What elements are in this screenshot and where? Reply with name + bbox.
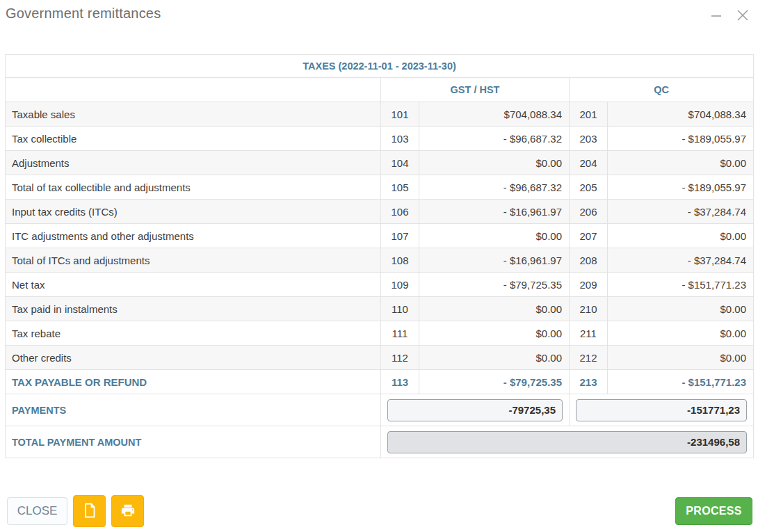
table-title: TAXES (2022-11-01 - 2023-11-30) <box>6 55 754 78</box>
table-row: ITC adjustments and other adjustments 10… <box>6 224 754 248</box>
close-icon[interactable] <box>736 8 750 22</box>
line-code: 213 <box>570 370 608 394</box>
line-code: 208 <box>570 248 608 273</box>
line-code: 108 <box>381 248 419 273</box>
gst-value: $0.00 <box>419 321 570 346</box>
line-code: 207 <box>570 224 608 248</box>
table-row: Tax rebate 111 $0.00 211 $0.00 <box>6 321 754 346</box>
gst-value: $704,088.34 <box>419 102 570 127</box>
line-code: 106 <box>381 200 419 224</box>
line-code: 112 <box>381 346 419 370</box>
line-code: 113 <box>381 370 419 394</box>
title-bar: Government remittances <box>0 0 758 32</box>
gst-value: - $16,961.97 <box>419 200 570 224</box>
qc-value: - $151,771.23 <box>608 273 754 297</box>
row-label: Adjustments <box>6 151 381 175</box>
row-label: Total of ITCs and adjustments <box>6 248 381 273</box>
gst-value: $0.00 <box>419 346 570 370</box>
qc-value: $0.00 <box>608 346 754 370</box>
row-label: Tax paid in instalments <box>6 297 381 321</box>
line-code: 105 <box>381 175 419 200</box>
table-row: Other credits 112 $0.00 212 $0.00 <box>6 346 754 370</box>
line-code: 204 <box>570 151 608 175</box>
line-code: 103 <box>381 127 419 151</box>
qc-value: $0.00 <box>608 297 754 321</box>
line-code: 211 <box>570 321 608 346</box>
qc-value: - $37,284.74 <box>608 200 754 224</box>
empty-header-cell <box>6 78 381 102</box>
minimize-icon[interactable] <box>709 8 723 22</box>
table-row: Adjustments 104 $0.00 204 $0.00 <box>6 151 754 175</box>
payments-gst-cell <box>381 394 570 426</box>
document-export-button[interactable] <box>73 495 106 527</box>
column-header-row: GST / HST QC <box>6 78 754 102</box>
line-code: 206 <box>570 200 608 224</box>
row-label: Net tax <box>6 273 381 297</box>
row-label: ITC adjustments and other adjustments <box>6 224 381 248</box>
row-label: Tax rebate <box>6 321 381 346</box>
line-code: 203 <box>570 127 608 151</box>
close-button[interactable]: CLOSE <box>7 497 67 525</box>
process-button[interactable]: PROCESS <box>675 497 752 525</box>
row-label: Input tax credits (ITCs) <box>6 200 381 224</box>
gst-value: - $79,725.35 <box>419 370 570 394</box>
total-payment-cell <box>381 426 754 458</box>
qc-value: - $151,771.23 <box>608 370 754 394</box>
qc-value: $0.00 <box>608 321 754 346</box>
payments-label: PAYMENTS <box>6 394 381 426</box>
table-row: Tax paid in instalments 110 $0.00 210 $0… <box>6 297 754 321</box>
column-header-qc: QC <box>570 78 754 102</box>
qc-value: - $189,055.97 <box>608 127 754 151</box>
document-icon <box>83 503 97 520</box>
line-code: 111 <box>381 321 419 346</box>
footer-toolbar: CLOSE PROCESS <box>7 495 752 527</box>
payments-gst-input[interactable] <box>387 399 563 421</box>
line-code: 201 <box>570 102 608 127</box>
taxes-table: TAXES (2022-11-01 - 2023-11-30) GST / HS… <box>5 54 754 458</box>
total-payment-input <box>387 431 747 453</box>
row-label: Total of tax collectible and adjustments <box>6 175 381 200</box>
payments-qc-cell <box>570 394 754 426</box>
total-payment-label: TOTAL PAYMENT AMOUNT <box>6 426 381 458</box>
line-code: 209 <box>570 273 608 297</box>
gst-value: - $96,687.32 <box>419 127 570 151</box>
qc-value: $0.00 <box>608 151 754 175</box>
gst-value: - $96,687.32 <box>419 175 570 200</box>
line-code: 212 <box>570 346 608 370</box>
gst-value: - $16,961.97 <box>419 248 570 273</box>
payments-row: PAYMENTS <box>6 394 754 426</box>
print-button[interactable] <box>111 495 144 527</box>
payments-qc-input[interactable] <box>576 399 747 421</box>
table-row: Net tax 109 - $79,725.35 209 - $151,771.… <box>6 273 754 297</box>
line-code: 110 <box>381 297 419 321</box>
line-code: 107 <box>381 224 419 248</box>
table-title-row: TAXES (2022-11-01 - 2023-11-30) <box>6 55 754 78</box>
gst-value: $0.00 <box>419 224 570 248</box>
page-title: Government remittances <box>6 6 161 22</box>
line-code: 210 <box>570 297 608 321</box>
gst-value: $0.00 <box>419 151 570 175</box>
table-row: Total of tax collectible and adjustments… <box>6 175 754 200</box>
row-label: Taxable sales <box>6 102 381 127</box>
line-code: 205 <box>570 175 608 200</box>
table-row: Input tax credits (ITCs) 106 - $16,961.9… <box>6 200 754 224</box>
row-label: Tax collectible <box>6 127 381 151</box>
qc-value: $0.00 <box>608 224 754 248</box>
gst-value: - $79,725.35 <box>419 273 570 297</box>
table-row: Total of ITCs and adjustments 108 - $16,… <box>6 248 754 273</box>
table-row: Taxable sales 101 $704,088.34 201 $704,0… <box>6 102 754 127</box>
table-row: Tax collectible 103 - $96,687.32 203 - $… <box>6 127 754 151</box>
total-payment-row: TOTAL PAYMENT AMOUNT <box>6 426 754 458</box>
window-controls <box>709 6 751 22</box>
printer-icon <box>120 503 136 520</box>
gst-value: $0.00 <box>419 297 570 321</box>
tax-payable-row: TAX PAYABLE OR REFUND 113 - $79,725.35 2… <box>6 370 754 394</box>
qc-value: $704,088.34 <box>608 102 754 127</box>
row-label: Other credits <box>6 346 381 370</box>
line-code: 104 <box>381 151 419 175</box>
line-code: 109 <box>381 273 419 297</box>
line-code: 101 <box>381 102 419 127</box>
qc-value: - $189,055.97 <box>608 175 754 200</box>
column-header-gst-hst: GST / HST <box>381 78 570 102</box>
row-label: TAX PAYABLE OR REFUND <box>6 370 381 394</box>
